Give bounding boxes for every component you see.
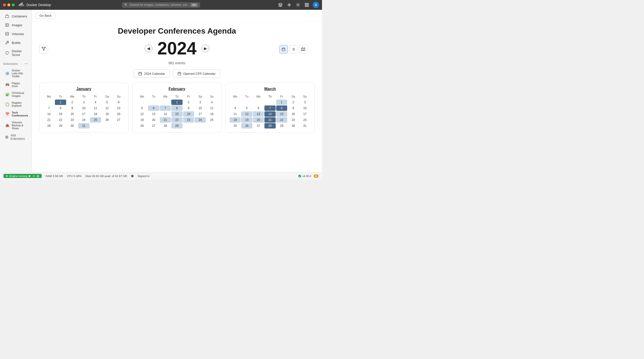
cal-day[interactable]: 31 [300,123,310,129]
cal-day[interactable]: 26 [241,123,252,129]
cal-day[interactable]: 6 [113,100,124,105]
cal-day[interactable]: 8 [55,105,66,111]
cal-day[interactable]: 20 [253,117,264,123]
cal-day[interactable]: 3 [78,100,89,105]
cal-day[interactable]: 4 [90,100,101,105]
cal-day[interactable]: 7 [160,105,171,111]
cal-day[interactable]: 10 [78,105,89,111]
cal-day[interactable]: 5 [102,100,112,105]
learn-icon[interactable] [278,2,283,8]
ext-item-registry[interactable]: 📋 Registry Explorer [2,100,30,109]
cal-day[interactable]: 8 [171,105,182,111]
cal-day[interactable]: 12 [136,111,148,117]
minimize-button[interactable] [7,4,10,6]
cal-day[interactable]: 17 [78,111,89,117]
cal-day[interactable]: 28 [264,123,276,129]
ext-item-volumes-backup[interactable]: 📤 Volumes Backup & Share [2,119,30,131]
sidebar-item-builds[interactable]: Builds [2,39,30,47]
calendar-view-button[interactable] [279,45,288,54]
cal-day[interactable]: 21 [264,117,276,123]
cal-day[interactable]: 11 [206,105,217,111]
cal-day[interactable]: 29 [171,123,182,129]
cal-day[interactable]: 7 [264,105,276,111]
cal-day[interactable]: 18 [90,111,101,117]
cal-day[interactable]: 23 [183,117,194,123]
settings-icon[interactable] [295,2,301,8]
cal-day[interactable]: 23 [67,117,78,123]
cal-day[interactable]: 15 [276,111,287,117]
search-bar[interactable]: 🔍 Search for images, containers, volumes… [122,2,200,8]
cal-day[interactable]: 18 [206,111,217,117]
filter-button[interactable] [39,45,48,54]
cal-day[interactable]: 24 [194,117,206,123]
cal-day[interactable]: 26 [102,117,112,123]
cal-day[interactable]: 17 [194,111,206,117]
cal-day[interactable]: 4 [206,100,217,105]
cal-day[interactable]: 27 [113,117,124,123]
cal-day[interactable]: 6 [148,105,159,111]
cal-day[interactable]: 12 [241,111,252,117]
cal-day[interactable]: 2 [67,100,78,105]
cal-day[interactable]: 29 [55,123,66,129]
cal-day[interactable]: 3 [300,100,310,105]
cal-day[interactable]: 25 [90,117,101,123]
cal-day[interactable]: 9 [183,105,194,111]
cal-day[interactable]: 20 [113,111,124,117]
grid-icon[interactable] [304,2,310,8]
cal-day[interactable]: 19 [102,111,112,117]
map-view-button[interactable] [299,45,307,54]
cal-day[interactable]: 1 [55,100,66,105]
ext-item-flappy[interactable]: 🎮 Flappy Dock [2,80,30,89]
cal-day[interactable]: 13 [113,105,124,111]
cal-day[interactable]: 15 [55,111,66,117]
close-button[interactable] [3,4,6,6]
cal-day[interactable]: 18 [230,117,241,123]
cfp-button[interactable]: Opened CFP Calendar [173,69,220,78]
cal-day[interactable]: 11 [90,105,101,111]
cal-day[interactable]: 8 [276,105,287,111]
cal-day[interactable]: 23 [288,117,299,123]
cal-day[interactable]: 15 [171,111,182,117]
engine-status[interactable]: Engine running ▶ ⏸ ⏻ [4,174,42,178]
cal-day[interactable]: 19 [136,117,148,123]
cal-day[interactable]: 1 [171,100,182,105]
cal-day[interactable]: 5 [241,105,252,111]
year-prev-button[interactable]: ◀ [144,44,152,52]
maximize-button[interactable] [12,4,15,6]
cal-day[interactable]: 14 [160,111,171,117]
cal-day[interactable]: 5 [136,105,148,111]
cal-day[interactable]: 24 [78,117,89,123]
cal-day[interactable]: 3 [194,100,206,105]
sidebar-item-docker-scout[interactable]: Docker Scout [2,47,30,59]
cal-day[interactable]: 22 [276,117,287,123]
cal-day[interactable]: 25 [206,117,217,123]
cal-day[interactable]: 26 [136,123,148,129]
cal-day[interactable]: 21 [160,117,171,123]
cal-day[interactable]: 19 [241,117,252,123]
cal-day[interactable]: 22 [55,117,66,123]
cal-day[interactable]: 21 [43,117,54,123]
cal-day[interactable]: 28 [160,123,171,129]
cal-day[interactable]: 30 [67,123,78,129]
go-back-button[interactable]: Go Back [36,12,56,19]
add-extensions-item[interactable]: ⊕ Add Extensions [2,132,30,142]
cal-day[interactable]: 14 [43,111,54,117]
cal-day[interactable]: 12 [102,105,112,111]
cal-day[interactable]: 28 [43,123,54,129]
cal-day[interactable]: 16 [183,111,194,117]
ext-item-k8s[interactable]: ⚙️ Docker Labs K8s Toolkit [2,67,30,80]
cal-day[interactable]: 27 [148,123,159,129]
cal-day[interactable]: 31 [78,123,89,129]
year-next-button[interactable]: ▶ [202,44,209,52]
extensions-menu-icon[interactable]: ⋯ [24,61,28,66]
cal-day[interactable]: 4 [230,105,241,111]
ext-item-tech-conf[interactable]: 📅 Tech Conferences [2,109,30,119]
cal-day[interactable]: 24 [300,117,310,123]
cal-day[interactable]: 1 [276,100,287,105]
cal-day[interactable]: 30 [288,123,299,129]
ext-item-ovh[interactable]: 🧩 OVHcloud Images [2,90,30,99]
cal-day[interactable]: 16 [67,111,78,117]
cal-day[interactable]: 22 [171,117,182,123]
cal-day[interactable]: 27 [253,123,264,129]
cal-2024-button[interactable]: 2024 Calendar [134,69,170,78]
